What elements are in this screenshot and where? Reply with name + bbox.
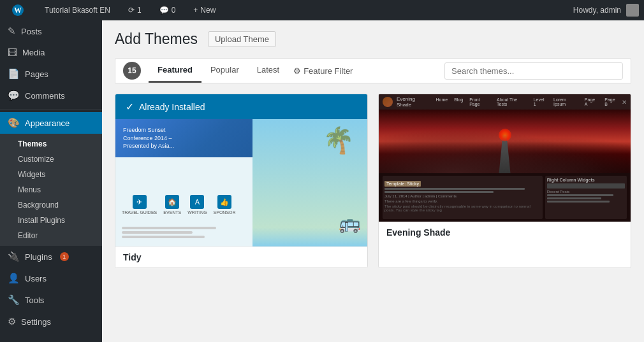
comments-icon: 💬 — [159, 6, 169, 15]
es-search-widget — [547, 183, 625, 189]
sidebar-tools-label: Tools — [25, 296, 44, 305]
es-nav-page-b: Page B — [603, 97, 620, 107]
installed-banner: ✓ Already Installed — [115, 94, 367, 119]
feature-filter-label: Feature Filter — [304, 66, 353, 76]
editor-sub-label: Editor — [18, 231, 38, 240]
sidebar-item-pages[interactable]: 📄 Pages — [0, 63, 102, 85]
page-header: Add Themes Upload Theme — [115, 31, 631, 48]
sidebar-sub-editor[interactable]: Editor — [10, 228, 102, 243]
tidy-icon-sponsor: 👍 SPONSOR — [214, 195, 236, 215]
sidebar-comments-label: Comments — [25, 91, 65, 101]
plugins-badge: 1 — [60, 252, 69, 261]
es-nav-about: About The Tests — [495, 97, 529, 107]
media-icon: 🎞 — [8, 47, 17, 58]
sidebar-item-plugins[interactable]: 🔌 Plugins 1 — [0, 246, 102, 267]
tab-featured-label: Featured — [157, 65, 193, 75]
es-recent-1 — [547, 194, 613, 196]
sidebar-pages-label: Pages — [25, 69, 48, 79]
tab-featured[interactable]: Featured — [149, 59, 201, 83]
sidebar-posts-label: Posts — [21, 27, 42, 36]
es-navigation: Home Blog Front Page About The Tests Lev… — [434, 97, 620, 107]
tidy-beach-section: 🌴 🚌 — [252, 119, 367, 246]
sidebar-sub-widgets[interactable]: Widgets — [10, 167, 102, 182]
updates-link[interactable]: ⟳ 1 — [124, 0, 145, 20]
es-header: Evening Shade Home Blog Front Page About… — [379, 94, 631, 110]
sidebar-sub-install-plugins[interactable]: Install Plugins — [10, 213, 102, 228]
es-widget-title: Right Column Widgets — [547, 178, 625, 182]
evening-shade-theme-name: Evening Shade — [379, 222, 631, 243]
updates-count: 1 — [137, 6, 142, 15]
sidebar-item-tools[interactable]: 🔧 Tools — [0, 289, 102, 311]
page-title: Add Themes — [115, 31, 198, 48]
sidebar-sub-menus[interactable]: Menus — [10, 182, 102, 197]
main-content: Add Themes Upload Theme 15 Featured Popu… — [102, 20, 644, 342]
sidebar-item-appearance[interactable]: 🎨 Appearance — [0, 112, 102, 134]
sidebar-item-settings[interactable]: ⚙ Settings — [0, 311, 102, 332]
sidebar-appearance-label: Appearance — [25, 118, 70, 128]
menus-sub-label: Menus — [18, 185, 41, 194]
admin-bar: W Tutorial Bkasoft EN ⟳ 1 💬 0 + New Howd… — [0, 0, 644, 20]
es-main-column: Template: Sticky July 11, 2014 | Author … — [383, 176, 543, 219]
comments-count: 0 — [172, 6, 176, 15]
tab-latest[interactable]: Latest — [248, 59, 288, 83]
new-label: New — [200, 6, 216, 15]
new-content-link[interactable]: + New — [189, 0, 219, 20]
tab-popular-label: Popular — [210, 65, 239, 75]
search-themes-input[interactable] — [444, 62, 623, 80]
theme-card-tidy[interactable]: ✓ Already Installed Freedom SunsetConfer… — [115, 94, 368, 268]
sidebar-item-comments[interactable]: 💬 Comments — [0, 85, 102, 106]
es-nav-blog: Blog — [452, 97, 465, 107]
howdy-label: Howdy, admin — [573, 6, 621, 15]
sidebar-sub-customize[interactable]: Customize — [10, 152, 102, 167]
es-nav-home: Home — [434, 97, 450, 107]
install-plugins-sub-label: Install Plugins — [18, 216, 65, 225]
wp-logo[interactable]: W — [5, 0, 31, 20]
sidebar-item-media[interactable]: 🎞 Media — [0, 42, 102, 63]
checkmark-icon: ✓ — [126, 101, 134, 113]
comments-sidebar-icon: 💬 — [8, 90, 20, 101]
es-sticky-badge: Template: Sticky — [384, 181, 421, 187]
widgets-sub-label: Widgets — [18, 170, 45, 179]
tools-icon: 🔧 — [8, 294, 20, 306]
upload-theme-button[interactable]: Upload Theme — [208, 31, 276, 47]
sidebar-sub-background[interactable]: Background — [10, 197, 102, 213]
user-avatar[interactable] — [626, 4, 639, 17]
es-text-2 — [384, 191, 494, 193]
sidebar-item-posts[interactable]: ✎ Posts — [0, 20, 102, 42]
posts-icon: ✎ — [8, 25, 16, 37]
es-nav-front: Front Page — [467, 97, 492, 107]
tidy-hero-text: Freedom SunsetConference 2014 –Presented… — [123, 126, 174, 150]
sidebar-item-users[interactable]: 👤 Users — [0, 267, 102, 289]
plugins-icon: 🔌 — [8, 251, 20, 262]
theme-card-evening-shade[interactable]: Evening Shade Home Blog Front Page About… — [378, 94, 631, 268]
es-content-area: Template: Sticky July 11, 2014 | Author … — [379, 173, 631, 222]
es-logo-icon — [383, 97, 393, 107]
es-text-1 — [384, 188, 525, 190]
site-name-link[interactable]: Tutorial Bkasoft EN — [41, 0, 114, 20]
es-nav-page-a: Page A — [583, 97, 600, 107]
sidebar-users-label: Users — [25, 274, 47, 283]
tidy-thumbnail: Freedom SunsetConference 2014 –Presented… — [115, 119, 367, 246]
es-meta: July 11, 2014 | Author | admin | Comment… — [384, 194, 541, 198]
sidebar-settings-label: Settings — [21, 317, 51, 327]
es-nav-lorem: Lorem Ipsum — [552, 97, 580, 107]
es-nav-level: Level 1 — [532, 97, 549, 107]
user-info: Howdy, admin — [573, 4, 639, 17]
sidebar: ✎ Posts 🎞 Media 📄 Pages 💬 Comments 🎨 App… — [0, 20, 102, 342]
es-body-text-2: The sticky post should be distinctly rec… — [384, 204, 541, 212]
appearance-submenu: Themes Customize Widgets Menus Backgroun… — [0, 134, 102, 246]
tab-popular[interactable]: Popular — [201, 59, 248, 83]
sidebar-sub-themes[interactable]: Themes — [10, 136, 102, 152]
customize-sub-label: Customize — [18, 155, 54, 164]
themes-sub-label: Themes — [18, 139, 47, 148]
tidy-icon-travel: ✈ TRAVEL GUIDES — [122, 195, 157, 215]
comments-link[interactable]: 💬 0 — [156, 0, 180, 20]
sidebar-media-label: Media — [22, 48, 45, 57]
sidebar-plugins-label: Plugins — [25, 252, 52, 262]
es-recent-2 — [547, 197, 602, 199]
svg-text:W: W — [14, 6, 22, 15]
sidebar-divider — [0, 109, 102, 110]
es-recent-3 — [547, 201, 610, 203]
background-sub-label: Background — [18, 201, 59, 210]
feature-filter-btn[interactable]: ⚙ Feature Filter — [288, 60, 358, 82]
